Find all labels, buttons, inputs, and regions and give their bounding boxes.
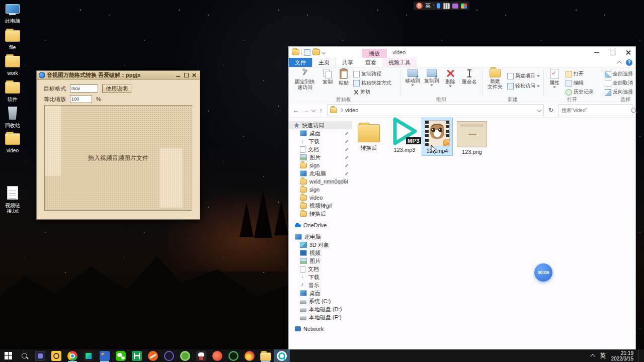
file-drop-area[interactable]: 拖入视频音频图片文件	[44, 105, 192, 211]
file-tile-folder[interactable]: 转换后	[352, 120, 385, 151]
history-button[interactable]: 历史记录	[566, 88, 594, 96]
close-button[interactable]	[191, 72, 198, 78]
properties-qat-icon[interactable]	[304, 49, 310, 56]
desktop-icon-software[interactable]: 软件	[1, 82, 24, 102]
sidebar-item-sign2[interactable]: sign	[289, 186, 352, 194]
customize-qat-chevron-icon[interactable]	[321, 50, 326, 54]
sidebar-item-documents-pc[interactable]: 文档	[289, 265, 352, 273]
delete-button[interactable]: 删除	[443, 69, 458, 87]
sidebar-item-drive-e[interactable]: 本地磁盘 (E:)	[289, 313, 352, 321]
tray-expand-chevron-icon[interactable]	[590, 354, 595, 359]
tab-home[interactable]: 主页	[312, 58, 336, 67]
ime-toolbar[interactable]: S 英 ’	[414, 2, 469, 10]
sidebar-item-3d-objects[interactable]: 3D 对象	[289, 241, 352, 249]
move-to-button[interactable]: 移动到	[404, 69, 422, 86]
ime-language-mode[interactable]: 英	[425, 2, 431, 10]
sidebar-item-this-pc-pinned[interactable]: 此电脑	[289, 169, 352, 177]
taskbar-app-10[interactable]	[177, 349, 193, 362]
taskbar-app-11[interactable]	[193, 349, 209, 362]
back-button[interactable]: ←	[292, 107, 300, 114]
toolbox-icon[interactable]	[452, 4, 458, 9]
sidebar-item-this-pc[interactable]: 此电脑	[289, 233, 352, 241]
open-button[interactable]: 打开	[566, 70, 584, 77]
search-input[interactable]	[560, 107, 629, 114]
sidebar-item-network[interactable]: Network	[289, 325, 352, 333]
taskbar-wechat[interactable]	[113, 349, 129, 362]
easy-access-button[interactable]: 轻松访问	[507, 82, 540, 89]
new-item-button[interactable]: 新建项目	[507, 72, 540, 79]
sidebar-item-converted[interactable]: 转换后	[289, 210, 352, 218]
desktop-icon-this-pc[interactable]: 此电脑	[1, 4, 24, 24]
taskbar-app-8[interactable]	[145, 349, 161, 362]
address-dropdown-chevron-icon[interactable]	[537, 108, 541, 112]
taskbar-clock[interactable]: 21:19 2022/3/15	[611, 350, 634, 361]
sidebar-item-documents[interactable]: 文档	[289, 145, 352, 153]
sidebar-item-video[interactable]: video	[289, 194, 352, 202]
up-button[interactable]: ↑	[317, 107, 325, 114]
tab-file[interactable]: 文件	[289, 58, 312, 67]
edit-button[interactable]: 编辑	[566, 79, 584, 86]
desktop-icon-file[interactable]: file	[1, 30, 24, 50]
taskbar-app-9[interactable]	[161, 349, 177, 362]
paste-shortcut-button[interactable]: 粘贴快捷方式	[353, 79, 391, 86]
ime-grid-icon[interactable]	[461, 4, 467, 9]
breadcrumb-path[interactable]: video	[345, 107, 358, 113]
sidebar-item-quick-access[interactable]: 快速访问	[289, 121, 352, 129]
minimize-button[interactable]	[589, 47, 604, 58]
recent-locations-chevron-icon[interactable]	[311, 108, 315, 112]
refresh-button[interactable]: ↻	[546, 105, 556, 116]
file-tile-png[interactable]: 123.png	[456, 120, 488, 155]
tab-video-tools[interactable]: 视频工具	[382, 58, 417, 67]
select-none-button[interactable]: 全部取消	[605, 79, 633, 86]
taskbar-explorer[interactable]	[258, 349, 274, 362]
sidebar-item-video2gif[interactable]: 视频转gif	[289, 202, 352, 210]
maximize-button[interactable]	[183, 72, 190, 78]
new-folder-button[interactable]: 新建 文件夹	[485, 69, 505, 89]
taskbar-app-2[interactable]	[48, 349, 64, 362]
copy-button[interactable]: 复制	[320, 69, 335, 84]
sidebar-item-pictures[interactable]: 图片	[289, 153, 352, 161]
copy-path-button[interactable]: 复制路径	[353, 70, 381, 77]
desktop-icon-recycle-bin[interactable]: 回收站	[1, 107, 24, 128]
taskbar-app-4[interactable]	[80, 349, 97, 362]
show-desktop-button[interactable]	[638, 349, 641, 362]
sidebar-item-desktop[interactable]: 桌面	[289, 129, 352, 137]
paste-button[interactable]: 粘贴	[336, 69, 351, 85]
taskbar-app-14[interactable]	[242, 349, 258, 362]
taskbar-chrome[interactable]	[64, 349, 80, 362]
taskbar-app-1[interactable]	[32, 349, 48, 362]
sidebar-item-sign[interactable]: sign	[289, 161, 352, 169]
desktop-icon-video[interactable]: video	[1, 133, 24, 153]
maximize-button[interactable]	[605, 47, 620, 58]
collapse-ribbon-icon[interactable]	[617, 60, 622, 65]
start-button[interactable]	[0, 349, 16, 362]
taskbar-search-button[interactable]	[16, 349, 32, 362]
search-box[interactable]	[558, 104, 632, 116]
keyboard-icon[interactable]	[443, 3, 450, 9]
tab-share[interactable]: 共享	[336, 58, 359, 67]
invert-selection-button[interactable]: 反向选择	[605, 88, 633, 96]
sidebar-item-wxid[interactable]: wxid_nmn0qd6l	[289, 177, 352, 186]
forward-button[interactable]: →	[302, 107, 310, 114]
desktop-icon-video-link-txt[interactable]: 视频链接.txt	[1, 186, 24, 214]
tab-view[interactable]: 查看	[359, 58, 382, 67]
taskbar-app-13[interactable]	[225, 349, 242, 362]
minimize-button[interactable]	[175, 72, 182, 78]
taskbar-app-5[interactable]	[97, 349, 113, 362]
new-folder-qat-icon[interactable]	[312, 49, 320, 55]
taskbar-app-7[interactable]	[129, 349, 145, 362]
sidebar-item-desktop-pc[interactable]: 桌面	[289, 289, 352, 297]
address-box[interactable]: video	[327, 104, 544, 116]
sidebar-item-onedrive[interactable]: OneDrive	[289, 221, 352, 229]
sidebar-item-drive-c[interactable]: 系统 (C:)	[289, 297, 352, 305]
file-tile-mp4-selected[interactable]: 123.mp4	[422, 118, 452, 155]
sidebar-item-drive-d[interactable]: 本地磁盘 (D:)	[289, 305, 352, 313]
sogou-logo-icon[interactable]: S	[416, 3, 423, 9]
rename-button[interactable]: 重命名	[460, 69, 479, 84]
taskbar-converter-active[interactable]	[274, 349, 290, 362]
copy-to-button[interactable]: 复制到	[423, 69, 441, 86]
help-icon[interactable]: ?	[626, 59, 632, 66]
explorer-title-bar[interactable]: 播放 video	[289, 47, 635, 58]
sidebar-item-downloads-pc[interactable]: 下载	[289, 273, 352, 281]
sidebar-item-pictures-pc[interactable]: 图片	[289, 257, 352, 265]
